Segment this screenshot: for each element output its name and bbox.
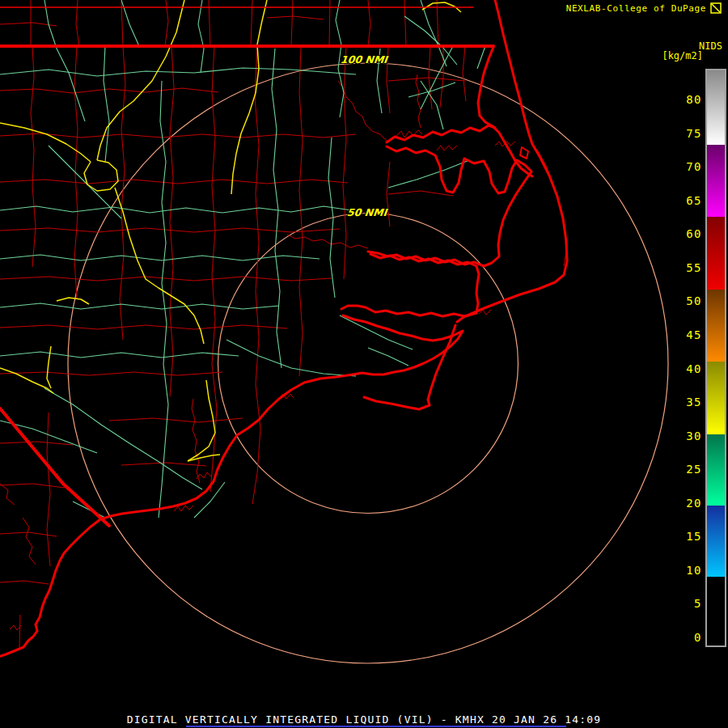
coastline-layer [0, 0, 567, 660]
color-scale-bar [705, 69, 726, 647]
legend-unit-label: [kg/m2] [662, 50, 703, 61]
page-title: NEXLAB-College of DuPage [566, 3, 706, 14]
county-lines-layer [0, 0, 566, 647]
footer-underline [186, 726, 566, 727]
radar-map [0, 0, 728, 728]
nc-sc-border [0, 408, 109, 526]
college-of-dupage-logo-icon [710, 2, 722, 14]
range-ring-label-100nmi: 100 NMI [340, 53, 388, 66]
radar-viewer: NEXLAB-College of DuPage NIDS [kg/m2] 80… [0, 0, 728, 728]
range-ring-100nmi [68, 63, 668, 663]
header: NEXLAB-College of DuPage [566, 2, 722, 14]
range-ring-label-50nmi: 50 NMI [346, 206, 387, 218]
range-rings [68, 63, 668, 663]
legend-gradient [707, 70, 725, 645]
product-caption: DIGITAL VERTICALLY INTEGRATED LIQUID (VI… [0, 713, 728, 726]
state-borders-layer [0, 7, 493, 526]
